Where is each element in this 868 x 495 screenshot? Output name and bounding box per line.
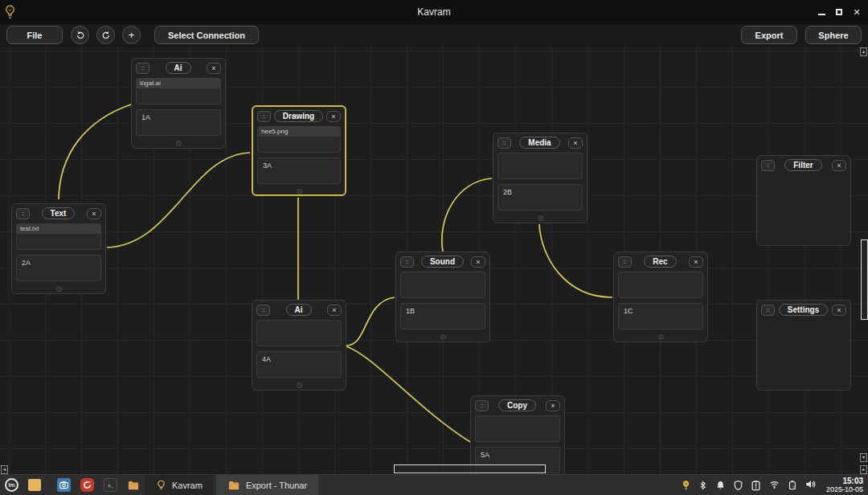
node-filter[interactable]: ::Filter× <box>756 155 851 246</box>
undo-button[interactable] <box>71 26 89 44</box>
node-input-field[interactable]: test.txt <box>16 223 101 250</box>
node-slot-field[interactable]: 1C <box>618 303 703 329</box>
node-title[interactable]: Ai <box>166 62 191 74</box>
drag-handle-icon[interactable]: :: <box>761 305 775 316</box>
node-media[interactable]: ::Media×2B <box>493 133 588 223</box>
taskbar-task-kavram[interactable]: Kavram <box>145 475 214 495</box>
node-slot-field[interactable]: 4A <box>256 351 342 378</box>
node-file-name[interactable]: lügat.ai <box>137 79 220 88</box>
node-input-field[interactable] <box>475 415 560 442</box>
node-title[interactable]: Rec <box>644 256 676 268</box>
node-output-port[interactable] <box>297 382 302 388</box>
h-scroll-right-arrow[interactable]: ▸ <box>860 465 867 474</box>
v-scroll-down-arrow[interactable]: ▾ <box>860 453 867 462</box>
maximize-button[interactable] <box>833 6 845 18</box>
connection-text-to-drawing[interactable] <box>107 153 250 248</box>
minimize-button[interactable] <box>815 6 828 18</box>
drag-handle-icon[interactable]: :: <box>256 305 270 316</box>
launcher-media-player-icon[interactable] <box>76 475 99 495</box>
node-input-field[interactable]: hee5.png <box>257 126 341 153</box>
node-slot-field[interactable]: 1A <box>136 109 221 136</box>
export-button[interactable]: Export <box>741 26 797 44</box>
tray-wifi-icon[interactable] <box>768 481 780 490</box>
node-sound[interactable]: ::Sound×1B <box>395 252 490 342</box>
node-settings[interactable]: ::Settings× <box>756 300 851 391</box>
node-close-icon[interactable]: × <box>471 256 485 268</box>
node-rec[interactable]: ::Rec×1C <box>613 252 708 342</box>
node-slot-field[interactable]: 3A <box>257 158 341 184</box>
node-output-port[interactable] <box>658 334 664 340</box>
connection-sound-to-media[interactable] <box>442 178 492 252</box>
redo-button[interactable] <box>96 26 115 44</box>
node-close-icon[interactable]: × <box>87 208 101 219</box>
node-close-icon[interactable]: × <box>832 305 846 316</box>
launcher-folder-icon[interactable] <box>122 475 145 495</box>
node-slot-field[interactable]: 2A <box>16 255 101 281</box>
node-slot-field[interactable]: 1B <box>400 303 485 329</box>
connection-ai-2-to-sound[interactable] <box>346 297 395 346</box>
node-title[interactable]: Ai <box>286 304 312 316</box>
sphere-button[interactable]: Sphere <box>805 26 862 44</box>
node-text[interactable]: ::Text×test.txt2A <box>11 203 106 294</box>
taskbar-clock[interactable]: 15:03 2025-10-05 <box>824 477 863 494</box>
node-input-field[interactable]: lügat.ai <box>136 78 221 104</box>
node-title[interactable]: Filter <box>784 159 821 171</box>
canvas[interactable]: ::Ai×lügat.ai1A::Drawing×hee5.png3A::Med… <box>0 47 868 474</box>
drag-handle-icon[interactable]: :: <box>761 160 775 171</box>
node-title[interactable]: Copy <box>498 399 536 411</box>
h-scroll-left-arrow[interactable]: ◂ <box>1 465 8 474</box>
node-title[interactable]: Media <box>519 137 559 149</box>
launcher-files-amber-icon[interactable] <box>23 475 46 495</box>
node-ai-2[interactable]: ::Ai×4A <box>252 300 346 391</box>
tray-bluetooth-icon[interactable] <box>698 480 708 491</box>
node-title[interactable]: Sound <box>421 256 464 268</box>
tray-bell-icon[interactable] <box>715 480 726 491</box>
node-input-field[interactable] <box>256 320 342 346</box>
node-output-port[interactable] <box>538 215 543 221</box>
node-close-icon[interactable]: × <box>326 111 341 122</box>
node-output-port[interactable] <box>440 334 446 340</box>
file-button[interactable]: File <box>6 26 63 44</box>
node-close-icon[interactable]: × <box>207 63 221 74</box>
node-file-name[interactable]: hee5.png <box>258 127 340 137</box>
node-output-port[interactable] <box>176 141 182 146</box>
drag-handle-icon[interactable]: :: <box>257 111 271 122</box>
drag-handle-icon[interactable]: :: <box>475 400 489 411</box>
launcher-terminal-icon[interactable]: s_ <box>99 475 122 495</box>
node-close-icon[interactable]: × <box>832 160 846 171</box>
node-title[interactable]: Drawing <box>274 110 323 122</box>
node-file-name[interactable]: test.txt <box>17 224 100 234</box>
node-input-field[interactable] <box>400 272 485 298</box>
drag-handle-icon[interactable]: :: <box>400 256 414 268</box>
v-scrollbar-thumb[interactable] <box>861 239 868 320</box>
launcher-mint-menu-icon[interactable]: lm <box>0 475 23 495</box>
node-ai-1[interactable]: ::Ai×lügat.ai1A <box>131 58 226 149</box>
node-close-icon[interactable]: × <box>546 400 560 411</box>
close-button[interactable]: × <box>850 6 863 18</box>
node-output-port[interactable] <box>56 286 62 292</box>
tray-volume-icon[interactable] <box>805 480 817 490</box>
select-connection-button[interactable]: Select Connection <box>154 26 259 44</box>
node-title[interactable]: Settings <box>779 304 828 316</box>
add-node-button[interactable]: + <box>122 26 141 44</box>
v-scroll-up-arrow[interactable]: ▴ <box>860 47 867 56</box>
tray-lightbulb-yellow-icon[interactable] <box>681 479 691 491</box>
node-input-field[interactable] <box>497 153 583 179</box>
drag-handle-icon[interactable]: :: <box>618 256 632 268</box>
node-input-field[interactable] <box>618 272 703 298</box>
node-title[interactable]: Text <box>42 207 76 219</box>
launcher-screenshot-camera-icon[interactable] <box>52 475 76 495</box>
connection-ai-1-to-text[interactable] <box>59 104 131 199</box>
node-slot-field[interactable]: 2B <box>497 184 583 211</box>
node-close-icon[interactable]: × <box>568 137 583 149</box>
taskbar-task-export-thunar[interactable]: Export - Thunar <box>216 475 318 495</box>
connection-ai-2-to-copy[interactable] <box>346 346 470 442</box>
drag-handle-icon[interactable]: :: <box>497 137 511 149</box>
node-drawing[interactable]: ::Drawing×hee5.png3A <box>252 105 346 196</box>
drag-handle-icon[interactable]: :: <box>136 63 149 74</box>
node-output-port[interactable] <box>297 189 302 194</box>
node-close-icon[interactable]: × <box>689 256 703 268</box>
node-copy[interactable]: ::Copy×5A <box>470 395 565 474</box>
h-scrollbar-thumb[interactable] <box>394 464 546 473</box>
connection-media-to-rec[interactable] <box>539 224 612 297</box>
